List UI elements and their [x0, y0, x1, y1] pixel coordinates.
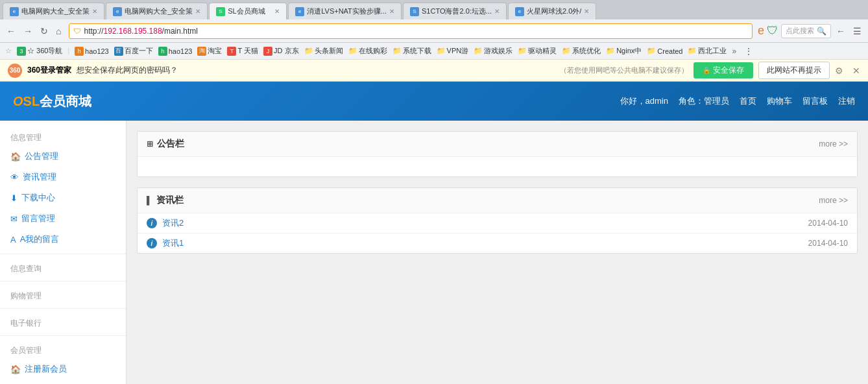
navigation-bar: ← → ↻ ⌂ 🛡 http://192.168.195.188/main.ht… — [0, 19, 868, 43]
tab-3[interactable]: S SL会员商城 ✕ — [209, 3, 287, 19]
sidebar-item-download[interactable]: ⬇ 下载中心 — [0, 187, 126, 208]
browser-window: e 电脑网购大全_安全策 ✕ e 电脑网购大全_安全策 ✕ S SL会员商城 ✕… — [0, 0, 868, 384]
news-panel-header: ▌ 资讯栏 more >> — [138, 188, 857, 213]
bookmark-sysdown[interactable]: 📁 系统下载 — [392, 46, 431, 56]
bookmarks-settings-icon[interactable]: ⋮ — [744, 46, 753, 56]
sidebar-item-notice[interactable]: 🏠 公告管理 — [0, 146, 126, 167]
search-icon[interactable]: 🔍 — [817, 27, 826, 36]
logo-sl: SL — [23, 94, 40, 108]
nav-cart[interactable]: 购物车 — [767, 95, 792, 107]
bookmark-hao123-2[interactable]: h hao123 — [158, 47, 193, 56]
site-header: OSL会员商城 你好，admin 角色：管理员 首页 购物车 留言板 注销 — [0, 82, 868, 121]
tab-close-3[interactable]: ✕ — [274, 8, 280, 15]
bookmark-lottery-label: 在线购彩 — [359, 46, 387, 56]
tab-2[interactable]: e 电脑网购大全_安全策 ✕ — [106, 3, 208, 19]
notice-panel: ⊞ 公告栏 more >> — [137, 131, 858, 177]
bookmark-created-label: Created — [657, 47, 682, 55]
sidebar-item-news[interactable]: 👁 资讯管理 — [0, 167, 126, 187]
bookmark-lottery[interactable]: 📁 在线购彩 — [348, 46, 387, 56]
sidebar-item-messages[interactable]: ✉ 留言管理 — [0, 208, 126, 229]
no-save-button[interactable]: 此网站不再提示 — [758, 62, 830, 79]
download-icon: ⬇ — [10, 193, 18, 203]
news-title-2[interactable]: 资讯1 — [162, 237, 808, 249]
news-panel-title: ▌ 资讯栏 — [147, 195, 184, 206]
bookmark-tianmao[interactable]: T T 天猫 — [227, 46, 258, 56]
sidebar-section-query: 信息查询 — [0, 258, 126, 277]
bookmark-xinbei[interactable]: 📁 西北工业 — [688, 46, 727, 56]
security-shield-icon: 🛡 — [73, 27, 81, 36]
logo-suffix: 会员商城 — [40, 94, 91, 108]
message-icon: ✉ — [10, 214, 18, 224]
tab-6[interactable]: e 火星网球浅2.0外/ ✕ — [508, 3, 596, 19]
bookmark-tianmao-label: T 天猫 — [237, 46, 258, 56]
bookmark-vpn[interactable]: 📁 VPN游 — [437, 46, 469, 56]
tab-5[interactable]: S S1CTO海普2.0:坛选... ✕ — [403, 3, 507, 19]
news-panel-body: i 资讯2 2014-04-10 i 资讯1 2014-04-10 — [138, 213, 857, 253]
news-date-2: 2014-04-10 — [808, 239, 848, 248]
tab-1[interactable]: e 电脑网购大全_安全策 ✕ — [3, 3, 104, 19]
back-button[interactable]: ← — [4, 25, 18, 38]
bookmark-jd-icon: J — [263, 47, 272, 56]
360-icon[interactable]: e — [758, 24, 764, 38]
tab-label-6: 火星网球浅2.0外/ — [527, 6, 581, 16]
notice-title-icon: ⊞ — [147, 139, 153, 149]
tab-close-2[interactable]: ✕ — [195, 8, 200, 15]
save-password-label: 安全保存 — [713, 65, 744, 76]
bookmark-xinbei-icon: 📁 — [688, 47, 697, 55]
tab-icon-5: S — [410, 7, 419, 16]
bookmark-driver[interactable]: 📁 驱动精灵 — [518, 46, 557, 56]
nav-guestbook[interactable]: 留言板 — [802, 95, 828, 107]
bookmark-game-label: 游戏娱乐 — [484, 46, 512, 56]
refresh-button[interactable]: ↻ — [38, 25, 51, 38]
notice-more-link[interactable]: more >> — [819, 139, 848, 149]
tab-close-4[interactable]: ✕ — [389, 8, 394, 15]
close-password-bar-icon[interactable]: ✕ — [852, 66, 860, 76]
bookmarks-bar: ☆ 3 ☆ 360导航 | h hao123 百 百度一下 h hao123 淘… — [0, 43, 868, 60]
save-password-button[interactable]: 🔒 安全保存 — [693, 62, 753, 78]
sidebar-item-my-messages[interactable]: A A我的留言 — [0, 229, 126, 250]
tab-4[interactable]: e 消遣LVS+NAT实验步骤... ✕ — [288, 3, 402, 19]
nav-home[interactable]: 首页 — [740, 95, 756, 107]
menu-button[interactable]: ☰ — [850, 25, 864, 38]
news-title-icon: ▌ — [147, 196, 152, 205]
forward-button[interactable]: → — [21, 25, 35, 38]
bookmark-lottery-icon: 📁 — [348, 47, 357, 55]
bookmark-taobao-label: 淘宝 — [208, 46, 222, 56]
bookmark-360-icon: 3 — [17, 47, 26, 56]
bookmark-baidu[interactable]: 百 百度一下 — [114, 46, 153, 56]
site-nav: 你好，admin 角色：管理员 首页 购物车 留言板 注销 — [620, 95, 855, 107]
address-prefix: http:// — [84, 27, 103, 36]
sidebar-item-register[interactable]: 🏠 注册新会员 — [0, 359, 126, 379]
bookmark-360[interactable]: 3 ☆ 360导航 — [17, 46, 62, 56]
news-title-1[interactable]: 资讯2 — [162, 217, 808, 229]
bookmark-sysdown-label: 系统下载 — [403, 46, 431, 56]
address-bar[interactable]: 🛡 http://192.168.195.188/main.html — [69, 23, 753, 39]
bookmark-hao123-1[interactable]: h hao123 — [75, 47, 109, 56]
tab-close-5[interactable]: ✕ — [494, 8, 500, 15]
password-bar: 360 360登录管家 想安全保存此网页的密码吗？ （若您使用网吧等公共电脑不建… — [0, 60, 868, 82]
bookmark-jd[interactable]: J JD 京东 — [263, 46, 299, 56]
sidebar-register-label: 注册新会员 — [25, 363, 67, 375]
browser-back-button[interactable]: ← — [834, 25, 848, 38]
home-button[interactable]: ⌂ — [53, 25, 64, 38]
tab-close-6[interactable]: ✕ — [584, 8, 589, 15]
search-bar[interactable]: 点此搜索 🔍 — [781, 24, 831, 38]
bookmark-created[interactable]: 📁 Created — [647, 47, 682, 55]
bookmark-nginx[interactable]: 📁 Nginx中 — [606, 46, 642, 56]
bookmark-taobao[interactable]: 淘 淘宝 — [197, 46, 222, 56]
address-text: http://192.168.195.188/main.html — [84, 27, 748, 36]
sidebar-messages-label: 留言管理 — [21, 213, 55, 224]
bookmark-sysopt[interactable]: 📁 系统优化 — [562, 46, 601, 56]
password-bar-app-name: 360登录管家 — [27, 65, 71, 76]
extension-icon[interactable]: 🛡 — [767, 24, 778, 38]
bookmark-toutiao[interactable]: 📁 头条新闻 — [304, 46, 343, 56]
more-bookmarks-icon[interactable]: » — [732, 47, 736, 56]
divider-1 — [0, 254, 126, 254]
role-text: 角色：管理员 — [679, 95, 729, 107]
news-more-link[interactable]: more >> — [819, 196, 848, 205]
settings-gear-icon[interactable]: ⚙ — [835, 66, 843, 76]
tab-close-1[interactable]: ✕ — [92, 8, 97, 15]
bookmark-game[interactable]: 📁 游戏娱乐 — [474, 46, 512, 56]
bookmark-tianmao-icon: T — [227, 47, 236, 56]
nav-logout[interactable]: 注销 — [838, 95, 855, 107]
